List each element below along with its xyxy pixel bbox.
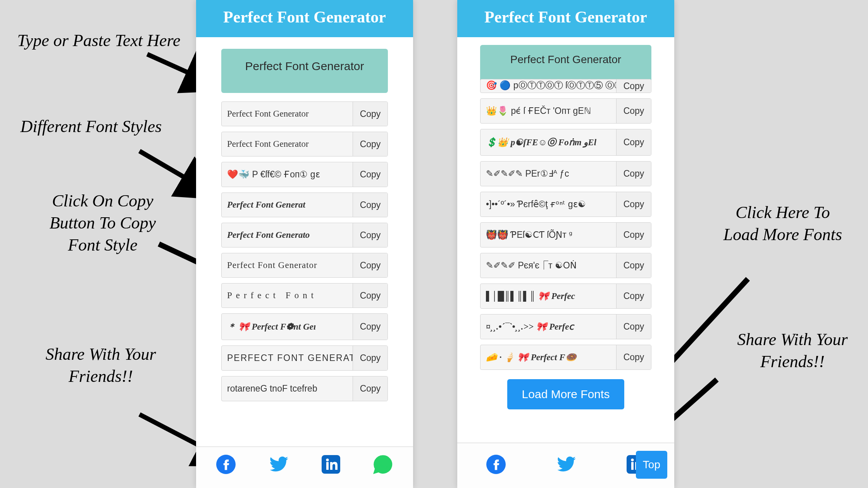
font-row: 🧀 · 🍦 🎀 Perfect F🍩Copy [480, 345, 651, 370]
styled-text: ❤️🐳 P €ſf€© Ғoп① gɛ [222, 162, 353, 187]
copy-button[interactable]: Copy [353, 193, 388, 217]
copy-button[interactable]: Copy [616, 192, 651, 217]
font-row: Perfect Font GeneratorCopy [221, 253, 388, 278]
twitter-icon[interactable] [556, 454, 577, 479]
font-row: rotareneG tnoF tcefrebCopy [221, 376, 388, 401]
font-row: ¤¸¸.•´¯`•¸¸.>> 🎀 PerfeᴄCopy [480, 314, 651, 339]
top-button[interactable]: Top [636, 451, 667, 479]
styled-text: Perfect Font Generator [222, 102, 353, 126]
styled-text: Perfect Font Generator [222, 253, 353, 277]
app-title: Perfect Font Generator [457, 0, 674, 37]
copy-button[interactable]: Copy [616, 99, 651, 123]
copy-button[interactable]: Copy [353, 284, 388, 308]
copy-button[interactable]: Copy [353, 132, 388, 156]
copy-button[interactable]: Copy [616, 314, 651, 339]
font-row: 💲👑 p☯ſFE☺ⓞ Foṅт وElCopy [480, 129, 651, 156]
font-row: Perfect FontCopy [221, 283, 388, 308]
styled-text: Perfect Font Generat [222, 193, 353, 217]
font-row: ❤️🐳 P €ſf€© Ғoп① gɛCopy [221, 162, 388, 187]
styled-text: 👑🌷 pє́ ſ ҒЕČт 'Oпт gEℕ [480, 99, 616, 123]
styled-text: ＊ 🎀 Perfect F❁nt Geı [222, 314, 353, 340]
styled-text: ¤¸¸.•´¯`•¸¸.>> 🎀 Perfeᴄ [480, 314, 616, 339]
styled-text: PERFECT FONT GENERATOR [222, 346, 353, 370]
facebook-icon[interactable] [486, 455, 506, 479]
text-input[interactable]: Perfect Font Generator [221, 49, 388, 93]
copy-button[interactable]: Copy [353, 162, 388, 187]
font-row: PERFECT FONT GENERATORCopy [221, 345, 388, 371]
font-row: ✎✐✎✐ Pєя'є⎾т ☯OṄCopy [480, 253, 651, 278]
linkedin-icon[interactable] [322, 455, 340, 478]
whatsapp-icon[interactable] [373, 454, 393, 479]
font-row: Perfect Font GeneratoCopy [221, 223, 388, 247]
styled-text: 🎯 🔵 pⓄⓉⓉⓄⓉ ſⓄⓉⓉ⑤ ⓄⓋ [480, 79, 616, 93]
styled-text: 👹👹 ƤЕſ☯ⅭƬ ſÕƝт ᵍ [480, 223, 616, 247]
font-row: Perfect Font GeneratorCopy [221, 132, 388, 156]
styled-text: rotareneG tnoF tcefreb [222, 376, 353, 401]
share-bar [196, 447, 413, 488]
phone-right: Perfect Font Generator Perfect Font Gene… [457, 0, 674, 488]
font-row: Perfect Font GeneratCopy [221, 192, 388, 217]
copy-button[interactable]: Copy [616, 162, 651, 186]
copy-button[interactable]: Copy [353, 102, 388, 126]
font-row: Perfect Font GeneratorCopy [221, 101, 388, 126]
copy-button[interactable]: Copy [353, 376, 388, 401]
copy-button[interactable]: Copy [353, 314, 388, 340]
styled-text: •]••´º´•» Ƥєrfȇ©ţ ғᵒⁿᵗ gɛ☯ [480, 192, 616, 217]
load-more-button[interactable]: Load More Fonts [507, 379, 625, 409]
copy-button[interactable]: Copy [616, 129, 651, 155]
font-row: ＊ 🎀 Perfect F❁nt GeıCopy [221, 313, 388, 340]
facebook-icon[interactable] [216, 455, 236, 479]
annotation-load-more: Click Here To Load More Fonts [717, 201, 849, 246]
font-row: ✎✐✎✐✎ PEr①Ⅎᴬ ƒcCopy [480, 161, 651, 186]
styled-text: ✎✐✎✐✎ PEr①Ⅎᴬ ƒc [480, 162, 616, 186]
copy-button[interactable]: Copy [616, 253, 651, 278]
styled-text: 🧀 · 🍦 🎀 Perfect F🍩 [480, 345, 616, 369]
styled-text: Perfect Font [222, 284, 353, 308]
copy-button[interactable]: Copy [616, 345, 651, 369]
styled-text: 💲👑 p☯ſFE☺ⓞ Foṅт وEl [480, 129, 616, 155]
app-title: Perfect Font Generator [196, 0, 413, 37]
styled-text: Perfect Font Generato [222, 223, 353, 247]
annotation-share-left: Share With Your Friends!! [43, 343, 159, 387]
text-input[interactable]: Perfect Font Generator [480, 45, 651, 83]
font-row: •]••´º´•» Ƥєrfȇ©ţ ғᵒⁿᵗ gɛ☯Copy [480, 192, 651, 217]
copy-button[interactable]: Copy [353, 223, 388, 247]
twitter-icon[interactable] [268, 454, 289, 479]
styled-text: ✎✐✎✐ Pєя'є⎾т ☯OṄ [480, 253, 616, 278]
annotation-different-styles: Different Font Styles [19, 115, 163, 137]
styled-text: ▌│█║▌║▌║ 🎀 Perfec [480, 284, 616, 308]
copy-button[interactable]: Copy [616, 79, 651, 93]
copy-button[interactable]: Copy [353, 346, 388, 370]
copy-button[interactable]: Copy [616, 284, 651, 308]
font-row-partial: 🎯 🔵 pⓄⓉⓉⓄⓉ ſⓄⓉⓉ⑤ ⓄⓋ Copy [480, 79, 651, 93]
font-row: ▌│█║▌║▌║ 🎀 PerfecCopy [480, 284, 651, 309]
font-row: 👹👹 ƤЕſ☯ⅭƬ ſÕƝт ᵍCopy [480, 222, 651, 247]
copy-button[interactable]: Copy [353, 253, 388, 277]
copy-button[interactable]: Copy [616, 223, 651, 247]
styled-text: Perfect Font Generator [222, 132, 353, 156]
phone-left: Perfect Font Generator Perfect Font Gene… [196, 0, 413, 488]
font-row: 👑🌷 pє́ ſ ҒЕČт 'Oпт gEℕCopy [480, 98, 651, 124]
